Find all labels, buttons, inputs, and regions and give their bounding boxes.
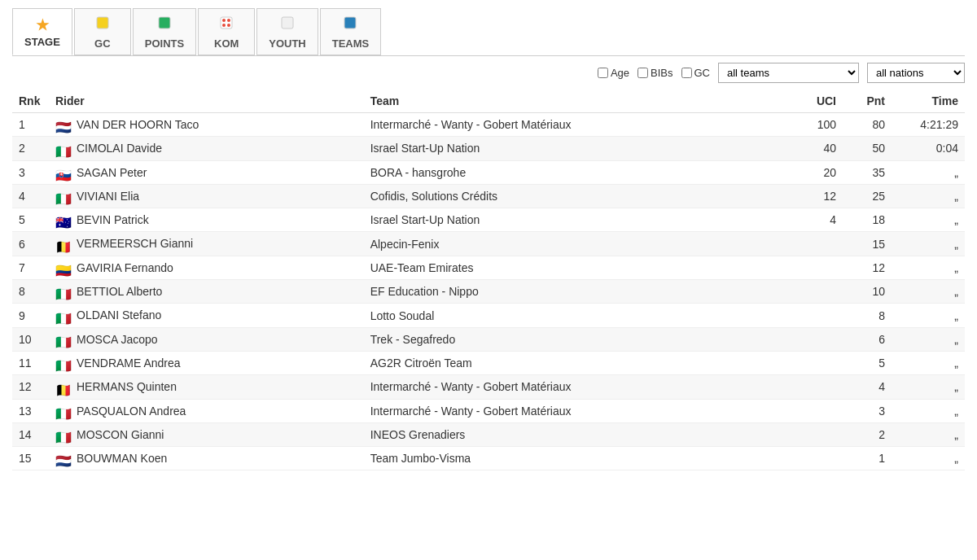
cell-time: „ [892, 304, 965, 327]
tab-gc-label: GC [94, 37, 111, 50]
cell-time: „ [892, 447, 965, 470]
tab-points[interactable]: POINTS [133, 8, 196, 55]
tab-teams-label: TEAMS [332, 37, 370, 50]
cell-time: „ [892, 375, 965, 399]
flag-icon: 🇮🇹 [55, 144, 73, 155]
gc-icon [94, 14, 112, 36]
tab-gc[interactable]: GC [74, 8, 131, 55]
cell-team: INEOS Grenadiers [364, 422, 794, 446]
cell-time: 0:04 [892, 137, 965, 160]
bibs-filter-label[interactable]: BIBs [637, 67, 673, 79]
cell-time: „ [892, 327, 965, 351]
flag-icon: 🇳🇱 [55, 120, 73, 131]
svg-rect-1 [159, 17, 170, 28]
cell-rider: 🇮🇹MOSCA Jacopo [49, 327, 364, 351]
main-container: ★ STAGE GC POINTS [0, 0, 977, 479]
cell-rider: 🇳🇱VAN DER HOORN Taco [49, 113, 364, 137]
rider-name: VERMEERSCH Gianni [77, 237, 193, 250]
rider-name: VIVIANI Elia [77, 190, 139, 203]
cell-time: „ [892, 256, 965, 279]
cell-team: Team Jumbo-Visma [364, 447, 794, 470]
gc-checkbox[interactable] [681, 68, 692, 78]
cell-rider: 🇮🇹PASQUALON Andrea [49, 399, 364, 422]
cell-rnk: 6 [12, 232, 49, 256]
rider-name: GAVIRIA Fernando [77, 261, 173, 274]
gc-filter-label[interactable]: GC [681, 67, 711, 79]
svg-rect-8 [344, 17, 356, 28]
table-row: 7🇨🇴GAVIRIA FernandoUAE-Team Emirates12„ [12, 256, 965, 279]
cell-team: Intermarché - Wanty - Gobert Matériaux [364, 399, 794, 422]
tab-kom[interactable]: KOM [198, 8, 255, 55]
cell-rnk: 8 [12, 280, 49, 304]
cell-rnk: 11 [12, 351, 49, 374]
tab-kom-label: KOM [214, 37, 239, 50]
cell-pnt: 18 [843, 208, 892, 232]
tab-youth-label: YOUTH [269, 37, 306, 50]
cell-rnk: 2 [12, 137, 49, 160]
flag-icon: 🇮🇹 [55, 287, 73, 298]
cell-rnk: 15 [12, 447, 49, 470]
nations-select[interactable]: all nationsNetherlandsItalySlovakiaBelgi… [867, 63, 965, 83]
cell-pnt: 1 [843, 447, 892, 470]
age-filter-label[interactable]: Age [598, 67, 629, 79]
rider-name: PASQUALON Andrea [77, 405, 186, 418]
flag-icon: 🇧🇪 [55, 383, 73, 394]
rider-name: HERMANS Quinten [77, 380, 177, 393]
flag-icon: 🇮🇹 [55, 358, 73, 370]
cell-rider: 🇮🇹OLDANI Stefano [49, 304, 364, 327]
cell-team: Alpecin-Fenix [364, 232, 794, 256]
cell-pnt: 15 [843, 232, 892, 256]
rider-name: MOSCON Gianni [77, 428, 164, 441]
tab-teams[interactable]: TEAMS [320, 8, 382, 55]
cell-uci [794, 327, 843, 351]
tab-stage[interactable]: ★ STAGE [12, 8, 72, 55]
cell-time: „ [892, 422, 965, 446]
cell-team: Lotto Soudal [364, 304, 794, 327]
cell-pnt: 35 [843, 160, 892, 184]
table-row: 14🇮🇹MOSCON GianniINEOS Grenadiers2„ [12, 422, 965, 446]
cell-rider: 🇮🇹CIMOLAI Davide [49, 137, 364, 160]
svg-rect-0 [97, 17, 108, 28]
cell-rnk: 1 [12, 113, 49, 137]
flag-icon: 🇮🇹 [55, 191, 73, 203]
svg-point-3 [222, 19, 226, 22]
stage-icon: ★ [36, 16, 49, 34]
cell-rider: 🇨🇴GAVIRIA Fernando [49, 256, 364, 279]
cell-uci: 12 [794, 184, 843, 208]
cell-pnt: 80 [843, 113, 892, 137]
cell-uci [794, 422, 843, 446]
svg-point-4 [227, 19, 230, 22]
cell-pnt: 4 [843, 375, 892, 399]
rider-name: VAN DER HOORN Taco [77, 118, 199, 131]
table-row: 4🇮🇹VIVIANI EliaCofidis, Solutions Crédit… [12, 184, 965, 208]
cell-uci [794, 256, 843, 279]
cell-rider: 🇮🇹MOSCON Gianni [49, 422, 364, 446]
bibs-checkbox[interactable] [637, 68, 648, 78]
cell-rnk: 13 [12, 399, 49, 422]
cell-uci: 20 [794, 160, 843, 184]
table-row: 2🇮🇹CIMOLAI DavideIsrael Start-Up Nation4… [12, 137, 965, 160]
kom-icon [217, 14, 235, 36]
cell-team: Trek - Segafredo [364, 327, 794, 351]
teams-select[interactable]: all teamsIntermarché - WantyIsrael Start… [718, 63, 859, 83]
table-row: 9🇮🇹OLDANI StefanoLotto Soudal8„ [12, 304, 965, 327]
age-checkbox[interactable] [598, 68, 608, 78]
flag-icon: 🇮🇹 [55, 335, 73, 346]
cell-pnt: 2 [843, 422, 892, 446]
cell-uci: 100 [794, 113, 843, 137]
filters-row: Age BIBs GC all teamsIntermarché - Wanty… [12, 63, 965, 83]
cell-rnk: 12 [12, 375, 49, 399]
cell-time: „ [892, 351, 965, 374]
cell-time: „ [892, 208, 965, 232]
cell-time: „ [892, 232, 965, 256]
tab-youth[interactable]: YOUTH [256, 8, 318, 55]
cell-uci [794, 447, 843, 470]
table-row: 8🇮🇹BETTIOL AlbertoEF Education - Nippo10… [12, 280, 965, 304]
cell-time: „ [892, 399, 965, 422]
svg-point-5 [222, 24, 226, 27]
cell-time: „ [892, 160, 965, 184]
tab-points-label: POINTS [145, 37, 184, 50]
cell-time: „ [892, 184, 965, 208]
flag-icon: 🇸🇰 [55, 168, 73, 179]
cell-team: Intermarché - Wanty - Gobert Matériaux [364, 375, 794, 399]
